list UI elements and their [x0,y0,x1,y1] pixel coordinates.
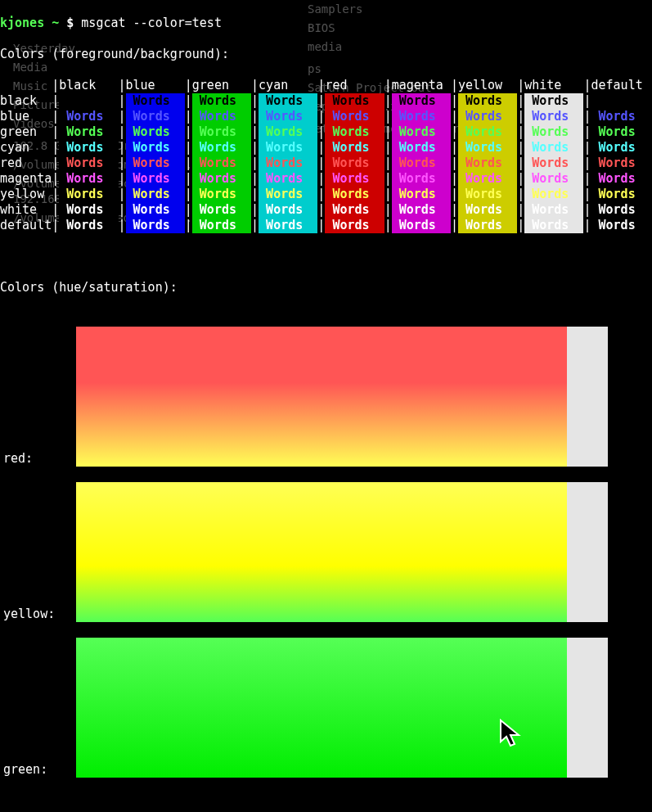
mouse-cursor-icon [499,719,522,748]
prompt-user: kjones [0,16,44,30]
hue-green-gradient [76,638,567,778]
color-cell: Words [458,171,517,187]
hue-red-gradient [76,327,567,467]
color-cell: Words [126,93,185,109]
color-cell: Words [259,156,317,171]
color-cell: Words [392,156,451,171]
color-cell: Words [458,124,517,140]
color-cell: Words [59,202,118,218]
hue-green-label: green: [3,762,47,778]
color-cell: Words [126,140,185,156]
color-cell: Words [59,187,118,202]
hue-red-whitebar [567,327,608,467]
color-cell: Words [325,202,384,218]
color-cell: Words [126,202,185,218]
color-grid-row: default| Words | Words | Words | Words |… [0,218,652,233]
color-cell: Words [591,202,650,218]
color-grid-row: magenta| Words | Words | Words | Words |… [0,171,652,187]
color-cell: Words [458,109,517,124]
color-cell: Words [192,140,251,156]
color-cell: Words [458,187,517,202]
color-cell: Words [126,171,185,187]
color-cell: Words [392,124,451,140]
hue-red-row: red: [0,327,652,467]
color-cell: Words [325,171,384,187]
color-cell: Words [524,109,583,124]
color-cell: Words [325,156,384,171]
color-cell: Words [259,187,317,202]
color-grid-row: green | Words | Words | Words | Words | … [0,124,652,140]
color-cell: Words [325,109,384,124]
hue-green-row: green: [0,638,652,778]
color-cell: Words [126,109,185,124]
color-cell: Words [591,218,650,233]
color-cell: Words [59,218,118,233]
color-cell: Words [524,202,583,218]
color-cell: Words [591,187,650,202]
color-cell: Words [524,187,583,202]
hue-yellow-whitebar [567,482,608,622]
color-cell: Words [192,171,251,187]
color-cell: Words [59,140,118,156]
hue-yellow-label: yellow: [3,607,55,622]
color-cell: Words [458,93,517,109]
color-cell: Words [126,124,185,140]
color-cell: Words [192,124,251,140]
color-cell: Words [259,171,317,187]
color-cell: Words [192,109,251,124]
color-grid-row: blue | Words | Words | Words | Words | W… [0,109,652,124]
color-cell: Words [591,171,650,187]
color-cell: Words [192,202,251,218]
color-cell: Words [325,124,384,140]
color-cell: Words [524,93,583,109]
color-cell: Words [192,187,251,202]
color-grid-row: black | Words | Words | Words | Words | … [0,93,652,109]
hue-green-whitebar [567,638,608,778]
color-cell: Words [591,109,650,124]
color-cell: Words [591,93,650,109]
color-cell: Words [392,109,451,124]
color-grid-row: white | Words | Words | Words | Words | … [0,202,652,218]
terminal-output: kjones ~ $ msgcat --color=test Colors (f… [0,0,652,809]
color-cell: Words [259,140,317,156]
color-cell: Words [524,140,583,156]
hue-yellow-row: yellow: [0,482,652,622]
prompt-dollar: $ [66,16,81,30]
color-cell: Words [126,218,185,233]
color-cell: Words [392,202,451,218]
color-cell: Words [524,218,583,233]
color-grid: |black |blue |green |cyan |red |magenta … [0,78,652,233]
color-cell: Words [259,124,317,140]
color-cell: Words [259,93,317,109]
color-cell: Words [325,187,384,202]
color-cell: Words [59,93,118,109]
color-cell: Words [192,218,251,233]
color-cell: Words [59,171,118,187]
color-cell: Words [524,124,583,140]
color-cell: Words [591,140,650,156]
color-cell: Words [591,124,650,140]
color-cell: Words [59,156,118,171]
color-cell: Words [192,93,251,109]
color-cell: Words [524,171,583,187]
color-cell: Words [325,218,384,233]
color-cell: Words [192,156,251,171]
color-cell: Words [325,140,384,156]
color-cell: Words [259,218,317,233]
color-cell: Words [392,171,451,187]
color-cell: Words [259,202,317,218]
prompt-command: msgcat --color=test [81,16,222,30]
color-cell: Words [126,187,185,202]
color-cell: Words [59,109,118,124]
prompt-line[interactable]: kjones ~ $ msgcat --color=test [0,16,652,31]
color-cell: Words [126,156,185,171]
color-cell: Words [392,140,451,156]
color-grid-row: yellow | Words | Words | Words | Words |… [0,187,652,202]
color-cell: Words [325,93,384,109]
color-cell: Words [392,218,451,233]
color-cell: Words [458,202,517,218]
color-cell: Words [458,218,517,233]
color-cell: Words [591,156,650,171]
color-cell: Words [392,93,451,109]
heading-huesat: Colors (hue/saturation): [0,280,652,295]
